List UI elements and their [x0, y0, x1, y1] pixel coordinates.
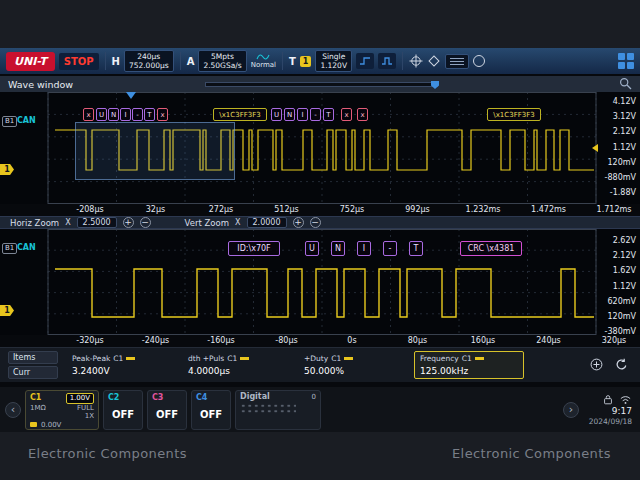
time-scale-label: 1.232ms: [466, 205, 501, 214]
horizontal-settings-button[interactable]: 240µs 752.000µs: [124, 50, 174, 72]
measurement-2[interactable]: dth +PulsC14.0000µs: [182, 351, 292, 379]
search-icon: [619, 77, 632, 90]
measurement-tabs: Items Curr: [8, 351, 58, 379]
acquire-wave-icon: [256, 53, 270, 61]
toolbar-divider: [282, 52, 283, 70]
time-scale-label: -160µs: [207, 336, 234, 345]
voltage-scale-label: 2.12V: [594, 251, 636, 260]
decode-hex-box: \x1C3FF3F3: [213, 108, 267, 121]
decode-data-box: U: [96, 108, 107, 121]
horiz-zoom-increase-button[interactable]: +: [123, 217, 134, 228]
channel-scroll-left-button[interactable]: ‹: [5, 402, 21, 418]
trigger-label: T: [289, 56, 296, 67]
measurement-name: dth +PulsC1: [188, 354, 286, 363]
lock-icon[interactable]: [602, 394, 614, 405]
voltage-scale-label: 620mV: [594, 297, 636, 306]
acquire-mode-value: Normal: [251, 61, 276, 69]
bus-tag[interactable]: B1: [2, 243, 17, 254]
acquire-mode-button[interactable]: Normal: [251, 53, 276, 69]
current-tab[interactable]: Curr: [8, 366, 58, 379]
measurement-4[interactable]: FrequencyC1125.00kHz: [414, 351, 524, 379]
pulse-icon: [381, 56, 393, 66]
c4-state: OFF: [196, 409, 226, 420]
refresh-measurements-button[interactable]: [615, 356, 628, 375]
zoom-position-marker[interactable]: [431, 81, 439, 89]
decode-data-box: ID:\x70F: [228, 241, 280, 256]
channel-color-chip: [475, 357, 484, 360]
zoom-waveform-plot: [0, 229, 640, 335]
refresh-icon: [615, 358, 628, 371]
sample-rate-value: 2.50GSa/s: [203, 61, 241, 70]
channel-c4-tile[interactable]: C4 OFF: [191, 390, 231, 430]
display-mode-button[interactable]: [427, 54, 441, 68]
time-scale-label: 272µs: [209, 205, 234, 214]
horiz-zoom-value[interactable]: 2.5000: [77, 217, 117, 228]
time-scale-label: -80µs: [275, 336, 297, 345]
decode-data-box: N: [331, 241, 345, 256]
time-scale-label: 320µs: [602, 336, 627, 345]
channel-scroll-right-button[interactable]: ›: [563, 402, 579, 418]
zoom-waveform-view[interactable]: ID:\x70FUNI-TCRC \x4381 B1 CAN 1 2.62V2.…: [0, 229, 640, 335]
digital-channels-tile[interactable]: Digital 0: [235, 390, 321, 430]
wifi-icon[interactable]: [619, 394, 632, 405]
vert-zoom-value[interactable]: 2.0000: [247, 217, 287, 228]
trigger-settings-button[interactable]: Single 1.120V: [315, 50, 352, 72]
decode-data-box: T: [323, 108, 334, 121]
add-measurement-button[interactable]: [590, 356, 603, 375]
main-waveform-view[interactable]: xUNI-Tx\x1C3FF3F3UNI-Txx\x1C3FF3F3 B1 CA…: [0, 92, 640, 204]
trigger-type-button[interactable]: [378, 53, 396, 69]
measurement-3[interactable]: +DutyC150.000%: [298, 351, 408, 379]
decode-hex-box: \x1C3FF3F3: [487, 108, 541, 121]
zoom-selection-rectangle[interactable]: [75, 122, 235, 180]
time-scale-label: 240µs: [536, 336, 561, 345]
decode-flag-box: x: [341, 108, 352, 121]
channel-c1-tile[interactable]: C1 1.00V 1MΩ FULL 1X 0.00V: [25, 390, 99, 430]
vert-zoom-increase-button[interactable]: +: [293, 217, 304, 228]
voltage-scale-label: 120mV: [594, 312, 636, 321]
channel-c3-tile[interactable]: C3 OFF: [147, 390, 187, 430]
decode-list-button[interactable]: [445, 54, 469, 69]
measurement-1[interactable]: Peak-PeakC13.2400V: [66, 351, 176, 379]
cursor-button[interactable]: [409, 54, 423, 68]
voltage-scale-label: 3.12V: [594, 112, 636, 121]
horiz-zoom-decrease-button[interactable]: −: [140, 217, 151, 228]
measurement-groups: Peak-PeakC13.2400Vdth +PulsC14.0000µs+Du…: [66, 351, 524, 379]
trigger-level-value: 1.120V: [320, 61, 347, 70]
c2-state: OFF: [108, 409, 138, 420]
decode-data-box: -: [383, 241, 397, 256]
c3-state: OFF: [152, 409, 182, 420]
bus-tag[interactable]: B1: [2, 116, 17, 127]
toolbar-divider: [105, 52, 106, 70]
trigger-position-marker[interactable]: [126, 92, 136, 104]
wave-window-title: Wave window: [8, 79, 73, 90]
trigger-source-chip[interactable]: 1: [300, 56, 312, 67]
bus-name-label: CAN: [17, 243, 36, 252]
decode-data-box: -: [310, 108, 321, 121]
decode-flag-box: x: [157, 108, 168, 121]
watermark-right: Electronic Components: [452, 446, 611, 461]
acquire-settings-button[interactable]: 5Mpts 2.50GSa/s: [198, 50, 246, 72]
trigger-mode-value: Single: [320, 52, 347, 61]
voltage-scale-label: 1.12V: [594, 143, 636, 152]
digital-bits-grid: [240, 403, 296, 414]
items-tab[interactable]: Items: [8, 351, 58, 364]
watermark-left: Electronic Components: [28, 446, 187, 461]
brand-logo: UNI-T: [6, 52, 55, 71]
channel-bar: ‹ C1 1.00V 1MΩ FULL 1X 0.00V C2 OFF C3 O…: [0, 387, 640, 432]
zoom-position-track[interactable]: [205, 82, 438, 87]
c1-impedance: 1MΩ: [30, 404, 46, 413]
horiz-zoom-mult-label: X: [65, 218, 70, 227]
menu-grid-icon[interactable]: [618, 53, 634, 69]
time-scale-label: 512µs: [274, 205, 299, 214]
c4-label: C4: [196, 393, 207, 402]
trigger-slope-button[interactable]: [356, 53, 374, 69]
run-stop-button[interactable]: STOP: [59, 53, 99, 70]
voltage-scale-label: 2.12V: [594, 127, 636, 136]
vert-zoom-decrease-button[interactable]: −: [310, 217, 321, 228]
c1-label: C1: [30, 394, 41, 403]
oscilloscope-app: UNI-T STOP H 240µs 752.000µs A 5Mpts 2.5…: [0, 48, 640, 432]
search-button[interactable]: [619, 77, 632, 92]
record-button[interactable]: [473, 55, 485, 67]
channel-c2-tile[interactable]: C2 OFF: [103, 390, 143, 430]
vert-zoom-label: Vert Zoom: [185, 218, 229, 228]
